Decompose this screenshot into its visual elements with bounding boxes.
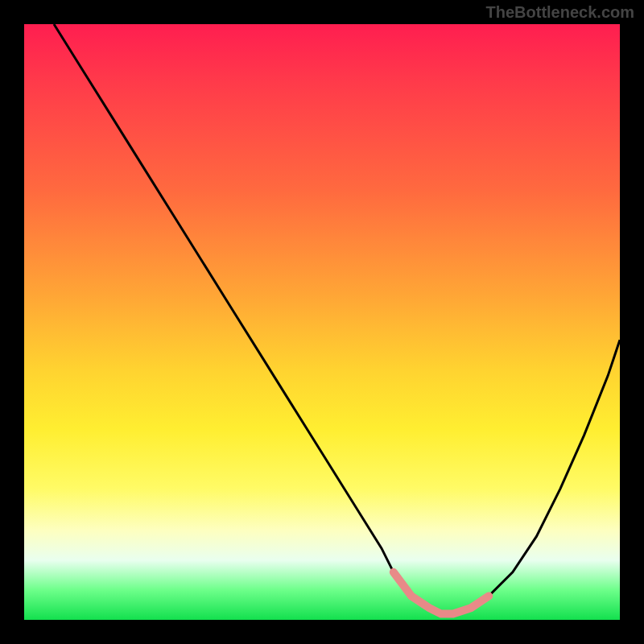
- curve-main: [54, 24, 620, 614]
- chart-container: TheBottleneck.com: [0, 0, 644, 644]
- flat-zone-highlight: [394, 572, 489, 614]
- plot-area: [24, 24, 620, 620]
- watermark-text: TheBottleneck.com: [486, 3, 634, 22]
- curve-svg: [24, 24, 620, 620]
